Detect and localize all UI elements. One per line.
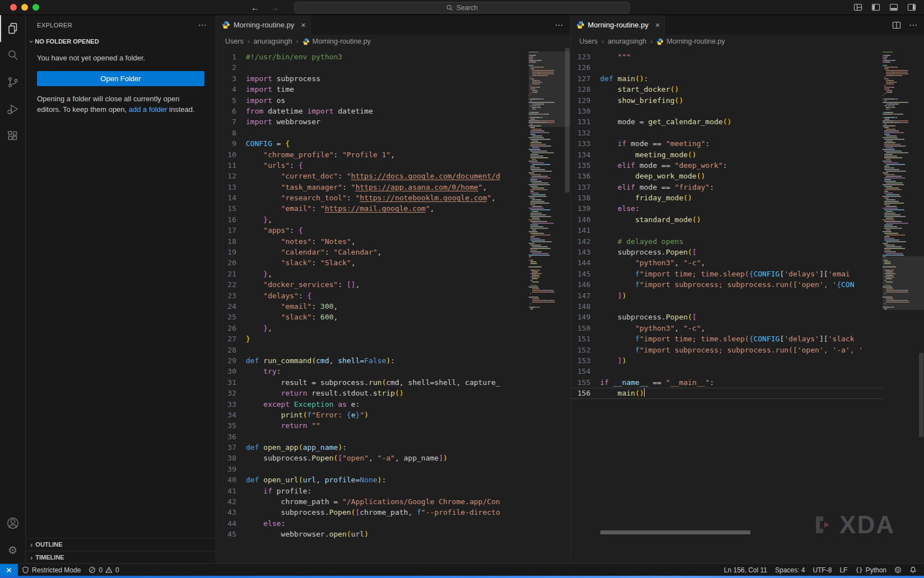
breadcrumb-item-file[interactable]: Morning-routine.py xyxy=(302,37,371,45)
line-number[interactable]: 137 xyxy=(571,182,600,192)
line-number[interactable]: 15 xyxy=(216,203,246,214)
code-line[interactable]: 150 "python3", "-c", xyxy=(571,323,883,333)
code-line[interactable]: 131 mode = get_calendar_mode() xyxy=(571,116,883,127)
line-number[interactable]: 136 xyxy=(571,171,600,181)
line-number[interactable]: 140 xyxy=(571,214,600,225)
go-forward-icon[interactable]: → xyxy=(270,3,279,12)
line-number[interactable]: 6 xyxy=(216,106,246,116)
code-line[interactable]: 155if __name__ == "__main__": xyxy=(571,377,883,388)
code-line[interactable]: 149 subprocess.Popen([ xyxy=(571,312,883,322)
line-number[interactable]: 24 xyxy=(216,301,246,312)
line-number[interactable]: 21 xyxy=(216,269,246,279)
line-number[interactable]: 42 xyxy=(216,496,246,507)
line-number[interactable]: 141 xyxy=(571,225,600,236)
go-back-icon[interactable]: ← xyxy=(251,3,259,12)
customize-layout-icon[interactable] xyxy=(853,3,862,12)
accounts-button[interactable] xyxy=(0,510,26,537)
line-number[interactable]: 134 xyxy=(571,149,600,160)
code-editor[interactable]: 1#!/usr/bin/env python323import subproce… xyxy=(216,48,570,563)
code-line[interactable]: 156 main() xyxy=(571,388,883,398)
line-number[interactable]: 2 xyxy=(216,62,246,73)
line-number[interactable]: 23 xyxy=(216,290,246,301)
code-line[interactable]: 39 xyxy=(216,464,529,474)
minimap[interactable] xyxy=(529,48,570,563)
code-line[interactable]: 134 meeting_mode() xyxy=(571,149,883,160)
code-line[interactable]: 148 xyxy=(571,301,883,312)
line-number[interactable]: 45 xyxy=(216,529,246,539)
code-line[interactable]: 4import time xyxy=(216,84,529,95)
horizontal-scrollbar[interactable] xyxy=(600,530,750,534)
line-number[interactable]: 128 xyxy=(571,84,600,95)
code-line[interactable]: 25 "slack": 600, xyxy=(216,312,529,322)
code-line[interactable]: 151 f"import time; time.sleep({CONFIG['d… xyxy=(571,333,883,344)
code-line[interactable]: 34 print(f"Error: {e}") xyxy=(216,410,529,420)
code-line[interactable]: 41 if profile: xyxy=(216,486,529,496)
toggle-primary-sidebar-icon[interactable] xyxy=(871,3,880,12)
code-line[interactable]: 8 xyxy=(216,128,529,138)
settings-button[interactable]: ⚙ xyxy=(0,537,26,563)
line-number[interactable]: 31 xyxy=(216,377,246,388)
code-line[interactable]: 38 subprocess.Popen(["open", "-a", app_n… xyxy=(216,453,529,463)
explorer-more-actions-icon[interactable]: ⋯ xyxy=(198,20,207,30)
code-line[interactable]: 30 try: xyxy=(216,366,529,377)
code-line[interactable]: 16 }, xyxy=(216,214,529,225)
section-timeline[interactable]: › TIMELINE xyxy=(26,551,216,563)
line-number[interactable]: 151 xyxy=(571,333,600,344)
code-line[interactable]: 145 f"import time; time.sleep({CONFIG['d… xyxy=(571,269,883,279)
code-line[interactable]: 29def run_command(cmd, shell=False): xyxy=(216,355,529,366)
code-line[interactable]: 126 xyxy=(571,62,883,73)
code-line[interactable]: 22 "docker_services": [], xyxy=(216,279,529,290)
code-area[interactable]: 123 """126127def main():128 start_docker… xyxy=(571,48,883,563)
breadcrumb-item[interactable]: Users xyxy=(580,37,598,45)
code-line[interactable]: 43 subprocess.Popen([chrome_path, f"--pr… xyxy=(216,507,529,518)
code-line[interactable]: 143 subprocess.Popen([ xyxy=(571,247,883,257)
line-number[interactable]: 148 xyxy=(571,301,600,312)
editor-more-actions-icon[interactable]: ⋯ xyxy=(909,20,917,30)
line-number[interactable]: 27 xyxy=(216,333,246,344)
code-line[interactable]: 1#!/usr/bin/env python3 xyxy=(216,51,529,62)
indentation-status[interactable]: Spaces: 4 xyxy=(771,564,809,576)
code-line[interactable]: 133 if mode == "meeting": xyxy=(571,138,883,149)
code-line[interactable]: 32 return result.stdout.strip() xyxy=(216,388,529,398)
line-number[interactable]: 39 xyxy=(216,464,246,474)
editor-more-actions-icon[interactable]: ⋯ xyxy=(555,20,563,30)
line-number[interactable]: 156 xyxy=(571,388,600,398)
code-line[interactable]: 2 xyxy=(216,62,529,73)
breadcrumb-item[interactable]: anuragsingh xyxy=(608,37,646,45)
code-line[interactable]: 136 deep_work_mode() xyxy=(571,171,883,181)
line-number[interactable]: 127 xyxy=(571,73,600,84)
line-number[interactable]: 37 xyxy=(216,442,246,453)
line-number[interactable]: 139 xyxy=(571,203,600,214)
code-line[interactable]: 21 }, xyxy=(216,269,529,279)
line-number[interactable]: 19 xyxy=(216,247,246,257)
line-number[interactable]: 16 xyxy=(216,214,246,225)
sidebar-item-search[interactable] xyxy=(0,42,26,69)
code-line[interactable]: 129 show_briefing() xyxy=(571,95,883,106)
line-number[interactable]: 152 xyxy=(571,345,600,355)
line-number[interactable]: 146 xyxy=(571,279,600,290)
minimap-viewport[interactable] xyxy=(529,51,570,127)
add-folder-link[interactable]: add a folder xyxy=(129,105,167,114)
code-line[interactable]: 23 "delays": { xyxy=(216,290,529,301)
code-line[interactable]: 138 friday_mode() xyxy=(571,192,883,203)
code-line[interactable]: 44 else: xyxy=(216,518,529,529)
line-number[interactable]: 154 xyxy=(571,366,600,377)
line-number[interactable]: 35 xyxy=(216,420,246,431)
problems-status[interactable]: 0 0 xyxy=(85,564,123,576)
line-number[interactable]: 41 xyxy=(216,486,246,496)
sidebar-item-extensions[interactable] xyxy=(0,123,26,149)
breadcrumb-item[interactable]: Users xyxy=(225,37,244,45)
line-number[interactable]: 8 xyxy=(216,128,246,138)
line-number[interactable]: 129 xyxy=(571,95,600,106)
notifications-status[interactable] xyxy=(906,564,921,576)
line-number[interactable]: 9 xyxy=(216,138,246,149)
line-number[interactable]: 13 xyxy=(216,182,246,192)
line-number[interactable]: 33 xyxy=(216,399,246,410)
language-mode-status[interactable]: {} Python xyxy=(851,564,890,576)
line-number[interactable]: 28 xyxy=(216,345,246,355)
line-number[interactable]: 4 xyxy=(216,84,246,95)
code-line[interactable]: 45 webbrowser.open(url) xyxy=(216,529,529,539)
restricted-mode-status[interactable]: Restricted Mode xyxy=(18,564,85,576)
line-number[interactable]: 144 xyxy=(571,257,600,268)
cursor-position-status[interactable]: Ln 156, Col 11 xyxy=(720,564,771,576)
